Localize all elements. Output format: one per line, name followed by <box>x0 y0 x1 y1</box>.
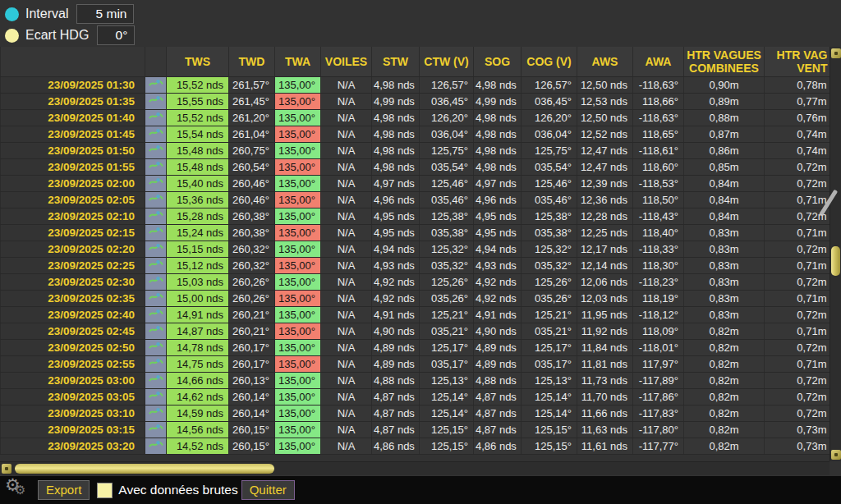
table-row[interactable]: 23/09/2025 02:5014,78 nds260,17°135,00°N… <box>1 339 830 355</box>
column-header-htr_vent[interactable]: HTR VAG VENT <box>765 47 830 76</box>
cell-aws: 12,50 nds <box>577 76 633 93</box>
cell-sog: 4,97 nds <box>474 175 522 191</box>
cell-htr_vent: 0,71m <box>765 257 830 273</box>
cell-htr_combinees: 0,84m <box>684 175 765 191</box>
cell-cog: 125,46° <box>522 175 577 191</box>
table-row[interactable]: 23/09/2025 02:4014,91 nds260,21°135,00°N… <box>1 306 830 323</box>
column-header-htr_combinees[interactable]: HTR VAGUES COMBINEES <box>684 47 765 76</box>
cell-aws: 11,63 nds <box>577 421 633 438</box>
cell-htr_vent: 0,78m <box>765 76 830 93</box>
cell-twd: 260,26° <box>229 290 275 306</box>
cell-twd: 261,04° <box>229 126 275 142</box>
export-button[interactable]: Export <box>38 480 90 500</box>
cell-stw: 4,89 nds <box>372 355 420 372</box>
table-row[interactable]: 23/09/2025 02:3015,03 nds260,26°135,00°N… <box>1 273 830 290</box>
cell-ctw: 125,15° <box>420 438 474 454</box>
cell-twd: 260,13° <box>229 372 275 388</box>
column-header-ctw[interactable]: CTW (V) <box>420 47 474 76</box>
column-header-time[interactable] <box>1 47 145 76</box>
cell-twa: 135,00° <box>275 109 321 126</box>
column-header-awa[interactable]: AWA <box>633 47 684 76</box>
table-row[interactable]: 23/09/2025 01:4515,54 nds261,04°135,00°N… <box>1 126 830 142</box>
column-header-voiles[interactable]: VOILES <box>321 47 372 76</box>
column-header-sog[interactable]: SOG <box>474 47 522 76</box>
raw-data-checkbox[interactable] <box>97 483 113 498</box>
table-row[interactable]: 23/09/2025 03:1514,56 nds260,15°135,00°N… <box>1 421 830 438</box>
scroll-up-icon[interactable] <box>831 48 841 58</box>
cell-sog: 4,94 nds <box>474 241 522 257</box>
cell-time: 23/09/2025 02:40 <box>1 306 145 323</box>
cell-voiles: N/A <box>321 241 372 257</box>
table-row[interactable]: 23/09/2025 02:0015,40 nds260,46°135,00°N… <box>1 175 830 191</box>
cell-cog: 035,21° <box>522 323 577 339</box>
column-header-aws[interactable]: AWS <box>577 47 633 76</box>
cell-awa: -118,01° <box>633 339 684 355</box>
column-header-cog[interactable]: COG (V) <box>522 47 577 76</box>
cell-aws: 11,92 nds <box>577 323 633 339</box>
table-row[interactable]: 23/09/2025 03:0514,62 nds260,14°135,00°N… <box>1 388 830 405</box>
column-header-tws[interactable]: TWS <box>167 47 229 76</box>
cell-htr_combinees: 0,87m <box>684 126 765 142</box>
table-row[interactable]: 23/09/2025 03:2014,52 nds260,15°135,00°N… <box>1 438 830 454</box>
cell-sog: 4,98 nds <box>474 109 522 126</box>
interval-control: Interval 5 min <box>5 4 134 24</box>
table-row[interactable]: 23/09/2025 02:2015,15 nds260,32°135,00°N… <box>1 241 830 257</box>
cell-htr_vent: 0,71m <box>765 290 830 306</box>
cell-htr_combinees: 0,89m <box>684 93 765 109</box>
cell-stw: 4,88 nds <box>372 372 420 388</box>
horizontal-scrollbar-thumb[interactable] <box>15 464 274 474</box>
cell-htr_combinees: 0,83m <box>684 257 765 273</box>
table-row[interactable]: 23/09/2025 02:3515,00 nds260,26°135,00°N… <box>1 290 830 306</box>
quit-button[interactable]: Quitter <box>241 480 295 500</box>
table-row[interactable]: 23/09/2025 01:5015,48 nds260,75°135,00°N… <box>1 142 830 158</box>
table-row[interactable]: 23/09/2025 02:0515,36 nds260,46°135,00°N… <box>1 191 830 208</box>
table-row[interactable]: 23/09/2025 02:5514,75 nds260,17°135,00°N… <box>1 355 830 372</box>
cell-cog: 035,54° <box>522 158 577 175</box>
cell-ctw: 126,20° <box>420 109 474 126</box>
cell-aws: 11,84 nds <box>577 339 633 355</box>
vertical-scrollbar-thumb[interactable] <box>831 246 840 276</box>
cell-sog: 4,98 nds <box>474 126 522 142</box>
column-header-twd[interactable]: TWD <box>229 47 275 76</box>
column-header-icon[interactable] <box>145 47 167 76</box>
column-header-stw[interactable]: STW <box>372 47 420 76</box>
wind-track-icon <box>145 372 167 388</box>
cell-voiles: N/A <box>321 438 372 454</box>
cell-twd: 260,14° <box>229 388 275 405</box>
table-row[interactable]: 23/09/2025 03:1014,59 nds260,14°135,00°N… <box>1 405 830 421</box>
cell-htr_vent: 0,73m <box>765 438 830 454</box>
cell-tws: 14,78 nds <box>167 339 229 355</box>
vertical-scrollbar[interactable] <box>830 47 841 461</box>
settings-gears-icon[interactable]: ⚙⚙ <box>5 478 33 502</box>
cell-twd: 260,21° <box>229 323 275 339</box>
horizontal-scrollbar[interactable] <box>0 461 830 475</box>
cell-tws: 15,52 nds <box>167 76 229 93</box>
wind-track-icon <box>145 191 167 208</box>
cell-twa: 135,00° <box>275 93 321 109</box>
table-row[interactable]: 23/09/2025 02:4514,87 nds260,21°135,00°N… <box>1 323 830 339</box>
cell-ctw: 125,14° <box>420 405 474 421</box>
interval-label: Interval <box>25 7 68 21</box>
cell-htr_combinees: 0,83m <box>684 224 765 241</box>
ecart-hdg-input[interactable]: 0° <box>97 25 135 45</box>
interval-input[interactable]: 5 min <box>76 4 134 24</box>
table-row[interactable]: 23/09/2025 02:2515,12 nds260,32°135,00°N… <box>1 257 830 273</box>
scroll-down-icon[interactable] <box>831 450 841 460</box>
cell-awa: -118,33° <box>633 241 684 257</box>
column-header-twa[interactable]: TWA <box>275 47 321 76</box>
table-row[interactable]: 23/09/2025 01:4015,52 nds261,20°135,00°N… <box>1 109 830 126</box>
wind-track-icon <box>145 290 167 306</box>
cell-htr_combinees: 0,82m <box>684 372 765 388</box>
table-row[interactable]: 23/09/2025 01:3515,55 nds261,45°135,00°N… <box>1 93 830 109</box>
cell-tws: 14,66 nds <box>167 372 229 388</box>
cell-aws: 12,17 nds <box>577 241 633 257</box>
table-row[interactable]: 23/09/2025 01:5515,48 nds260,54°135,00°N… <box>1 158 830 175</box>
table-row[interactable]: 23/09/2025 02:1015,28 nds260,38°135,00°N… <box>1 208 830 224</box>
table-row[interactable]: 23/09/2025 01:3015,52 nds261,57°135,00°N… <box>1 76 830 93</box>
table-row[interactable]: 23/09/2025 02:1515,24 nds260,38°135,00°N… <box>1 224 830 241</box>
cell-aws: 12,14 nds <box>577 257 633 273</box>
cell-time: 23/09/2025 02:25 <box>1 257 145 273</box>
scroll-left-icon[interactable] <box>2 464 11 474</box>
table-row[interactable]: 23/09/2025 03:0014,66 nds260,13°135,00°N… <box>1 372 830 388</box>
cell-voiles: N/A <box>321 372 372 388</box>
